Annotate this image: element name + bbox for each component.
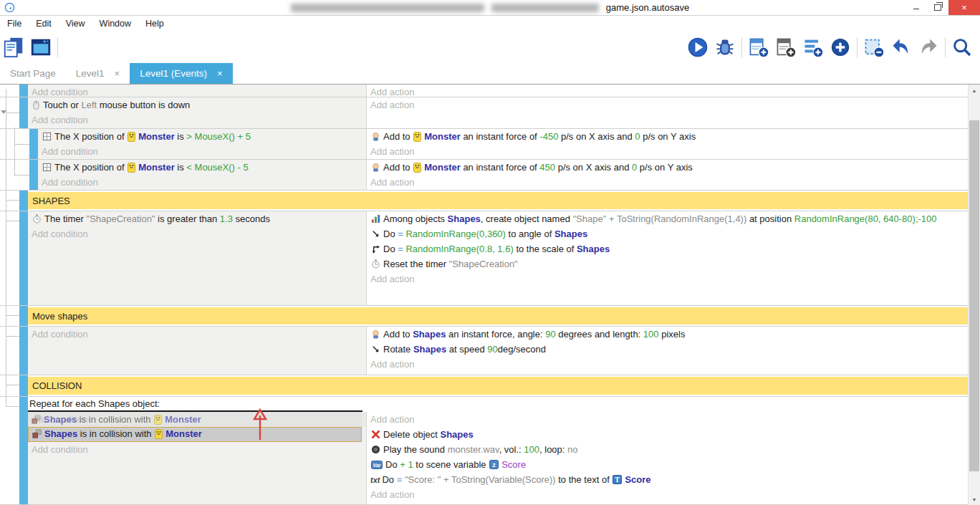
redo-button[interactable] (916, 35, 941, 59)
event-selection-bar[interactable] (19, 375, 28, 396)
action-set-text[interactable]: txtDo = "Score: " + ToString(Variable(Sc… (367, 472, 968, 487)
event-selection-bar[interactable] (19, 97, 28, 128)
add-action-link[interactable]: Add action (367, 85, 968, 97)
event-selection-bar[interactable] (19, 306, 28, 326)
add-action-link[interactable]: Add action (367, 487, 968, 502)
add-event-button[interactable] (746, 35, 771, 59)
add-action-link[interactable]: Add action (367, 412, 968, 427)
comment-event[interactable]: SHAPES (0, 191, 968, 211)
text-object-icon (612, 475, 622, 484)
event-selection-bar[interactable] (19, 397, 28, 504)
add-action-link[interactable]: Add action (367, 97, 968, 112)
scene-editor-button[interactable] (29, 35, 53, 59)
add-condition-link[interactable]: Add condition (28, 442, 366, 457)
comment-text[interactable]: SHAPES (28, 192, 968, 209)
comment-event[interactable]: COLLISION (0, 375, 968, 397)
tab-level1-events[interactable]: Level1 (Events) × (130, 63, 232, 84)
event-selection-bar[interactable] (19, 327, 28, 375)
tab-start-page[interactable]: Start Page (0, 63, 66, 84)
tab-bar: Start Page Level1 × Level1 (Events) × (0, 63, 980, 85)
comment-text[interactable]: Move shapes (28, 307, 968, 324)
condition-timer[interactable]: The timer "ShapeCreation" is greater tha… (28, 211, 366, 226)
debugger-button[interactable] (713, 35, 737, 59)
action-cell[interactable]: Among objects Shapes, create object name… (367, 211, 968, 305)
add-condition-link[interactable]: Add condition (28, 85, 366, 97)
condition-cell[interactable]: The timer "ShapeCreation" is greater tha… (28, 211, 367, 305)
delete-event-button[interactable] (862, 35, 886, 59)
minimize-button[interactable]: – (905, 0, 927, 15)
action-create-object[interactable]: Among objects Shapes, create object name… (367, 211, 968, 226)
add-comment-button[interactable] (801, 35, 825, 59)
event-selection-bar[interactable] (19, 191, 28, 211)
position-icon (42, 163, 52, 172)
close-button[interactable]: × (948, 0, 980, 15)
tab-close-icon[interactable]: × (115, 68, 120, 79)
event-selection-bar[interactable] (19, 211, 28, 305)
add-other-event-button[interactable] (828, 35, 852, 59)
scrollbar-down-button[interactable]: ▼ (969, 494, 980, 505)
action-cell[interactable]: Add action Delete object Shapes Play the… (367, 412, 968, 504)
action-cell[interactable]: Add to Monster an instant force of -450 … (367, 129, 968, 159)
condition-x-position[interactable]: The X position of Monster is < MouseX() … (38, 160, 366, 175)
for-each-event: Repeat for each Shapes object: Add condi… (0, 397, 968, 505)
comment-event[interactable]: Move shapes (0, 306, 968, 327)
action-add-force[interactable]: Add to Monster an instant force of 450 p… (367, 160, 968, 175)
action-cell[interactable]: Add action (367, 85, 968, 97)
add-condition-link[interactable]: Add condition (28, 112, 366, 128)
tab-label: Level1 (Events) (140, 68, 207, 79)
action-cell[interactable]: Add to Monster an instant force of 450 p… (367, 160, 968, 190)
event-selection-bar[interactable] (19, 85, 28, 97)
condition-cell[interactable]: Touch or Left mouse button is down Add c… (28, 97, 367, 128)
project-manager-button[interactable] (1, 35, 26, 59)
action-play-sound[interactable]: Play the sound monster.wav, vol.: 100, l… (367, 442, 968, 457)
menu-item-file[interactable]: File (0, 16, 29, 32)
event-selection-bar[interactable] (29, 160, 38, 190)
action-delete-object[interactable]: Delete object Shapes (367, 427, 968, 442)
add-action-link[interactable]: Add action (367, 175, 968, 190)
angle-icon (371, 345, 380, 354)
action-reset-timer[interactable]: Reset the timer "ShapeCreation" (367, 256, 968, 271)
menu-item-edit[interactable]: Edit (29, 16, 59, 32)
add-action-link[interactable]: Add action (367, 144, 968, 159)
action-cell[interactable]: Add action (367, 97, 968, 128)
action-add-force[interactable]: Add to Monster an instant force of -450 … (367, 129, 968, 144)
condition-cell[interactable]: Add condition Shapes is in collision wit… (28, 412, 367, 504)
tab-level1[interactable]: Level1 × (66, 63, 130, 84)
action-rotate[interactable]: Rotate Shapes at speed 90deg/second (367, 342, 968, 357)
vertical-scrollbar[interactable]: ▲ ▼ (968, 85, 980, 505)
bug-icon (714, 37, 736, 58)
action-set-angle[interactable]: Do = RandomInRange(0,360) to angle of Sh… (367, 226, 968, 241)
add-action-link[interactable]: Add action (367, 357, 968, 372)
scrollbar-up-button[interactable]: ▲ (969, 85, 980, 96)
for-each-title[interactable]: Repeat for each Shapes object: (28, 397, 968, 410)
action-set-scale[interactable]: Do = RandomInRange(0.8, 1.6) to the scal… (367, 241, 968, 256)
condition-cell[interactable]: The X position of Monster is > MouseX() … (38, 129, 367, 159)
condition-cell[interactable]: Add condition (28, 85, 367, 97)
condition-cell[interactable]: The X position of Monster is < MouseX() … (38, 160, 367, 190)
action-add-force[interactable]: Add to Shapes an instant force, angle: 9… (367, 327, 968, 342)
add-subevent-button[interactable] (774, 35, 798, 59)
menu-item-view[interactable]: View (59, 16, 92, 32)
condition-cell[interactable]: Add condition (28, 327, 367, 375)
tab-close-icon[interactable]: × (217, 68, 223, 79)
scrollbar-thumb[interactable] (969, 120, 979, 471)
add-condition-link[interactable]: Add condition (38, 175, 366, 190)
event-row: Touch or Left mouse button is down Add c… (0, 97, 968, 129)
comment-text[interactable]: COLLISION (28, 377, 968, 395)
run-preview-button[interactable] (686, 35, 710, 59)
action-increment-variable[interactable]: Do + 1 to scene variable Score (367, 457, 968, 472)
action-cell[interactable]: Add to Shapes an instant force, angle: 9… (367, 327, 968, 375)
maximize-button[interactable] (927, 0, 948, 15)
add-condition-link[interactable]: Add condition (28, 327, 366, 342)
add-condition-link[interactable]: Add condition (38, 144, 366, 159)
selected-condition-row[interactable]: Shapes is in collision with Monster (28, 427, 362, 442)
condition-x-position[interactable]: The X position of Monster is > MouseX() … (38, 129, 366, 144)
undo-button[interactable] (889, 35, 913, 59)
menu-item-window[interactable]: Window (92, 16, 138, 32)
condition-touch-mouse[interactable]: Touch or Left mouse button is down (28, 97, 366, 112)
event-selection-bar[interactable] (29, 129, 38, 159)
menu-item-help[interactable]: Help (138, 16, 171, 32)
add-condition-link[interactable]: Add condition (28, 226, 366, 241)
search-button[interactable] (950, 35, 974, 59)
add-action-link[interactable]: Add action (367, 271, 968, 287)
